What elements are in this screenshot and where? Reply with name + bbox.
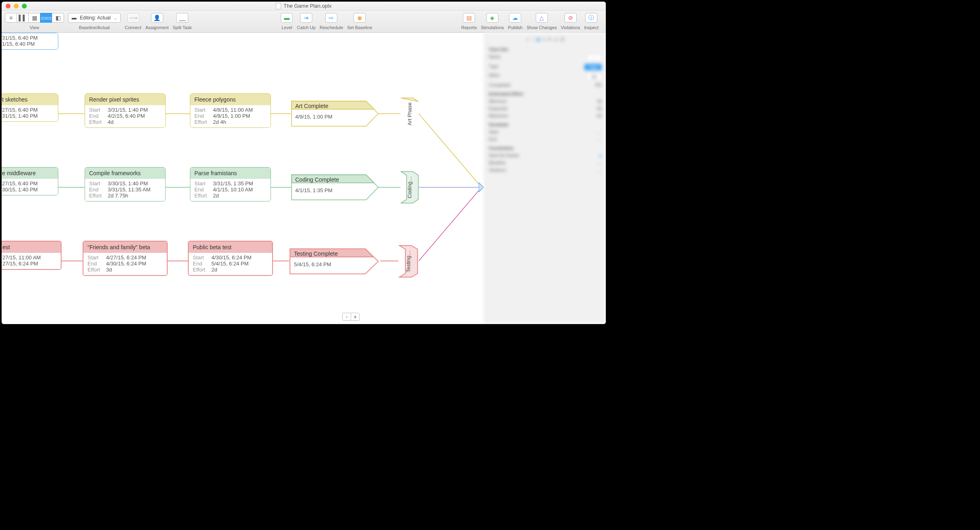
show-changes-button[interactable]: △ [536, 13, 548, 23]
publish-button[interactable]: ☁ [509, 13, 521, 23]
task-node[interactable]: Compile frameworks Start3/30/15, 1:40 PM… [85, 167, 166, 201]
inspector-panel: ⌂○▦≡✎▭☰ Task Info Name… TypeTask Effort4… [484, 33, 606, 324]
svg-marker-24 [479, 182, 484, 192]
network-canvas[interactable]: 31/15, 6:40 PM 1/15, 6:40 PM t sketches … [2, 33, 484, 324]
zoom-out-button[interactable]: - [342, 313, 351, 321]
view-calendar-button[interactable]: ▦ [28, 13, 40, 23]
baseline-dropdown[interactable]: ▬ Editing: Actual ⌄ [68, 13, 121, 23]
task-node[interactable]: Render pixel sprites Start3/31/15, 1:40 … [85, 93, 166, 128]
task-node[interactable]: est 27/15, 11:00 AM 27/15, 6:24 PM [2, 241, 62, 270]
view-resources-button[interactable]: ▌▌ [17, 13, 29, 23]
inspect-button[interactable]: ⓘ [585, 13, 597, 23]
reschedule-button[interactable]: ⇨ [325, 13, 337, 23]
level-button[interactable]: ▬ [281, 13, 293, 23]
titlebar: The Game Plan.oplx [2, 2, 606, 11]
catch-up-button[interactable]: ⇥ [300, 13, 312, 23]
violations-button[interactable]: ⊘ [565, 13, 577, 23]
simulations-button[interactable]: ◈ [486, 13, 499, 23]
task-node[interactable]: t sketches 27/15, 6:40 PM 31/15, 1:40 PM [2, 93, 58, 122]
assignment-button[interactable]: 👤 [151, 13, 163, 23]
view-network-button[interactable]: ▭▭ [40, 13, 52, 23]
connect-button[interactable]: ⟶ [127, 13, 139, 23]
converge-node[interactable] [479, 182, 484, 192]
task-node[interactable]: Public beta test Start4/30/15, 6:24 PM E… [188, 241, 273, 276]
view-label: View [30, 25, 39, 30]
svg-line-12 [419, 114, 481, 187]
view-gantt-button[interactable]: ≡ [5, 13, 17, 23]
view-style-button[interactable]: ◧ [52, 13, 64, 23]
task-node[interactable]: e middleware 27/15, 6:40 PM 30/15, 1:40 … [2, 167, 58, 195]
reports-button[interactable]: ▤ [463, 13, 475, 23]
task-node[interactable]: Fleece polygons Start4/8/15, 11:00 AM En… [190, 93, 271, 128]
window-title: The Game Plan.oplx [2, 3, 606, 9]
task-node[interactable]: 31/15, 6:40 PM 1/15, 6:40 PM [2, 33, 58, 50]
baseline-label: Baseline/Actual [79, 25, 110, 30]
svg-line-14 [419, 187, 481, 261]
task-node[interactable]: Parse framistans Start3/31/15, 1:35 PM E… [190, 167, 271, 201]
split-task-button[interactable]: ⎯⎯ [176, 13, 188, 23]
toolbar: ≡ ▌▌ ▦ ▭▭ ◧ View ▬ Editing: Actual ⌄ Bas… [2, 11, 606, 33]
task-node[interactable]: “Friends and family” beta Start4/27/15, … [83, 241, 168, 276]
set-baseline-button[interactable]: ◉ [354, 13, 366, 23]
document-icon [276, 3, 281, 9]
zoom-in-button[interactable]: + [351, 313, 360, 321]
